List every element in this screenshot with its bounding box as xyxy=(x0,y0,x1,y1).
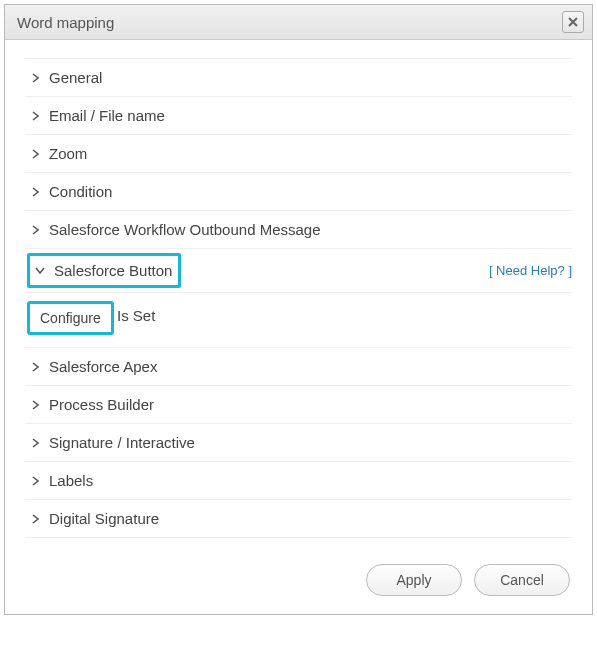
chevron-right-icon xyxy=(29,187,41,197)
dialog-content: General Email / File name Zoom Condition xyxy=(5,40,592,614)
section-labels[interactable]: Labels xyxy=(25,462,572,500)
configure-status: Is Set xyxy=(117,307,155,324)
highlight-box: Salesforce Button xyxy=(27,253,181,288)
section-label: Digital Signature xyxy=(49,510,159,527)
section-apex[interactable]: Salesforce Apex xyxy=(25,348,572,386)
close-button[interactable] xyxy=(562,11,584,33)
section-email[interactable]: Email / File name xyxy=(25,97,572,135)
section-label: Salesforce Workflow Outbound Message xyxy=(49,221,321,238)
section-zoom[interactable]: Zoom xyxy=(25,135,572,173)
cancel-button[interactable]: Cancel xyxy=(474,564,570,596)
section-label: Email / File name xyxy=(49,107,165,124)
section-label: Labels xyxy=(49,472,93,489)
chevron-right-icon xyxy=(29,514,41,524)
section-label: General xyxy=(49,69,102,86)
section-label: Process Builder xyxy=(49,396,154,413)
section-label: Signature / Interactive xyxy=(49,434,195,451)
section-label: Salesforce Button xyxy=(54,262,172,279)
section-salesforce-button[interactable]: Salesforce Button [ Need Help? ] xyxy=(25,249,572,293)
word-mapping-dialog: Word mapping General Email / File name xyxy=(4,4,593,615)
configure-button[interactable]: Configure xyxy=(27,301,114,335)
section-general[interactable]: General xyxy=(25,59,572,97)
dialog-title: Word mapping xyxy=(17,14,114,31)
chevron-right-icon xyxy=(29,400,41,410)
chevron-right-icon xyxy=(29,476,41,486)
dialog-footer: Apply Cancel xyxy=(25,538,572,598)
section-digital-signature[interactable]: Digital Signature xyxy=(25,500,572,538)
chevron-right-icon xyxy=(29,438,41,448)
chevron-down-icon xyxy=(34,267,46,274)
section-process-builder[interactable]: Process Builder xyxy=(25,386,572,424)
section-label: Salesforce Apex xyxy=(49,358,157,375)
chevron-right-icon xyxy=(29,111,41,121)
chevron-right-icon xyxy=(29,73,41,83)
titlebar: Word mapping xyxy=(5,5,592,40)
section-condition[interactable]: Condition xyxy=(25,173,572,211)
apply-button[interactable]: Apply xyxy=(366,564,462,596)
section-label: Condition xyxy=(49,183,112,200)
chevron-right-icon xyxy=(29,149,41,159)
section-label: Zoom xyxy=(49,145,87,162)
section-signature[interactable]: Signature / Interactive xyxy=(25,424,572,462)
close-icon xyxy=(568,13,578,31)
salesforce-button-panel: Configure Is Set xyxy=(25,293,572,348)
section-list: General Email / File name Zoom Condition xyxy=(25,58,572,538)
need-help-link[interactable]: [ Need Help? ] xyxy=(489,263,572,278)
section-workflow[interactable]: Salesforce Workflow Outbound Message xyxy=(25,211,572,249)
chevron-right-icon xyxy=(29,225,41,235)
chevron-right-icon xyxy=(29,362,41,372)
